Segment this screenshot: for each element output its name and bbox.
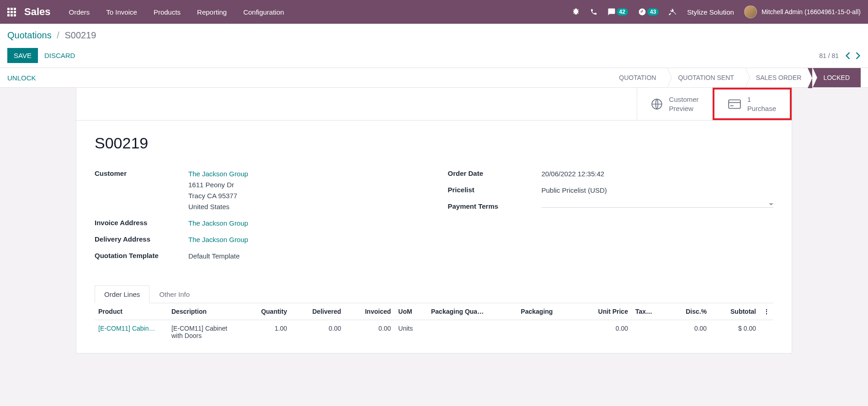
row-product-link[interactable]: [E-COM11] Cabin…: [98, 325, 164, 332]
table-row[interactable]: [E-COM11] Cabin… [E-COM11] Cabinet with …: [95, 320, 773, 344]
row-quantity[interactable]: 1.00: [241, 320, 291, 344]
delivery-address-link[interactable]: The Jackson Group: [188, 236, 248, 243]
table-options-icon[interactable]: ⋮: [760, 303, 773, 320]
th-description[interactable]: Description: [168, 303, 241, 320]
pager-text: 81 / 81: [819, 52, 839, 59]
user-menu[interactable]: Mitchell Admin (16604961-15-0-all): [744, 5, 861, 18]
apps-icon[interactable]: [7, 8, 16, 16]
th-tax[interactable]: Tax…: [632, 303, 668, 320]
customer-link[interactable]: The Jackson Group: [188, 169, 421, 179]
row-tax[interactable]: [632, 320, 668, 344]
purchase-button[interactable]: 1 Purchase: [713, 88, 792, 120]
nav-orders[interactable]: Orders: [69, 8, 90, 16]
payment-terms-select[interactable]: [542, 201, 774, 208]
customer-preview-button[interactable]: Customer Preview: [637, 88, 713, 120]
control-bar: Quotations / S00219 SAVE DISCARD 81 / 81: [0, 24, 868, 68]
chevron-down-icon: [769, 203, 773, 206]
row-disc[interactable]: 0.00: [668, 320, 710, 344]
pager-prev-icon[interactable]: [845, 52, 851, 59]
row-unit-price[interactable]: 0.00: [576, 320, 632, 344]
nav-products[interactable]: Products: [154, 8, 181, 16]
nav-to-invoice[interactable]: To Invoice: [106, 8, 137, 16]
th-unit-price[interactable]: Unit Price: [576, 303, 632, 320]
breadcrumb: Quotations / S00219: [7, 30, 861, 41]
discard-button[interactable]: DISCARD: [44, 52, 75, 59]
unlock-button[interactable]: UNLOCK: [7, 74, 36, 82]
status-steps: QUOTATION QUOTATION SENT SALES ORDER LOC…: [608, 68, 861, 87]
tools-icon[interactable]: [669, 8, 677, 16]
svg-rect-1: [729, 100, 740, 108]
tabs: Order Lines Other Info: [95, 285, 773, 303]
breadcrumb-current: S00219: [64, 30, 96, 40]
customer-addr3: United States: [188, 201, 421, 212]
step-sales-order[interactable]: SALES ORDER: [745, 68, 813, 87]
delivery-address-label: Delivery Address: [95, 234, 188, 243]
th-uom[interactable]: UoM: [394, 303, 427, 320]
th-disc[interactable]: Disc.%: [668, 303, 710, 320]
preview-line2: Preview: [669, 104, 699, 113]
company-selector[interactable]: Stylize Solution: [687, 8, 734, 16]
preview-line1: Customer: [669, 95, 699, 104]
phone-icon[interactable]: [590, 8, 597, 16]
user-name: Mitchell Admin (16604961-15-0-all): [761, 8, 861, 16]
breadcrumb-root[interactable]: Quotations: [7, 30, 52, 40]
tab-other-info[interactable]: Other Info: [149, 285, 199, 303]
form-sheet: Customer Preview 1 Purchase S00219 C: [76, 88, 792, 353]
pager: 81 / 81: [819, 52, 861, 59]
th-product[interactable]: Product: [95, 303, 168, 320]
avatar: [744, 5, 757, 18]
messages-icon[interactable]: 42: [607, 8, 628, 16]
th-delivered[interactable]: Delivered: [291, 303, 345, 320]
step-quotation-sent[interactable]: QUOTATION SENT: [667, 68, 745, 87]
form-right-col: Order Date 20/06/2022 12:35:42 Pricelist…: [448, 169, 774, 267]
customer-label: Customer: [95, 169, 188, 177]
customer-addr1: 1611 Peony Dr: [188, 179, 421, 190]
th-packaging-qty[interactable]: Packaging Qua…: [427, 303, 517, 320]
invoice-address-label: Invoice Address: [95, 218, 188, 227]
step-locked[interactable]: LOCKED: [812, 68, 861, 87]
row-invoiced[interactable]: 0.00: [345, 320, 394, 344]
messages-badge: 42: [617, 8, 628, 16]
order-date-label: Order Date: [448, 169, 542, 177]
purchase-count: 1: [747, 95, 776, 104]
pricelist-label: Pricelist: [448, 185, 542, 194]
row-delivered[interactable]: 0.00: [291, 320, 345, 344]
activities-icon[interactable]: 43: [638, 8, 659, 16]
quotation-template-value: Default Template: [188, 251, 421, 262]
record-title: S00219: [95, 134, 773, 152]
invoice-address-link[interactable]: The Jackson Group: [188, 219, 248, 227]
order-lines-table: Product Description Quantity Delivered I…: [95, 303, 773, 344]
nav-menu: Orders To Invoice Products Reporting Con…: [69, 8, 284, 16]
th-invoiced[interactable]: Invoiced: [345, 303, 394, 320]
step-quotation[interactable]: QUOTATION: [608, 68, 667, 87]
topnav-right: 42 43 Stylize Solution Mitchell Admin (1…: [572, 5, 861, 18]
row-pkg[interactable]: [517, 320, 576, 344]
bug-icon[interactable]: [572, 8, 580, 16]
stat-buttons: Customer Preview 1 Purchase: [76, 88, 792, 121]
th-quantity[interactable]: Quantity: [241, 303, 291, 320]
pricelist-value: Public Pricelist (USD): [542, 185, 774, 196]
breadcrumb-sep: /: [57, 30, 59, 40]
row-subtotal[interactable]: $ 0.00: [710, 320, 760, 344]
row-uom[interactable]: Units: [394, 320, 427, 344]
row-pkg-qty[interactable]: [427, 320, 517, 344]
pager-next-icon[interactable]: [855, 52, 861, 59]
status-bar: UNLOCK QUOTATION QUOTATION SENT SALES OR…: [0, 68, 868, 88]
nav-configuration[interactable]: Configuration: [243, 8, 284, 16]
quotation-template-label: Quotation Template: [95, 251, 188, 259]
tab-order-lines[interactable]: Order Lines: [95, 285, 149, 303]
order-date-value: 20/06/2022 12:35:42: [542, 169, 774, 179]
payment-terms-label: Payment Terms: [448, 201, 542, 210]
brand[interactable]: Sales: [24, 6, 51, 18]
th-packaging[interactable]: Packaging: [517, 303, 576, 320]
card-icon: [728, 99, 741, 109]
th-subtotal[interactable]: Subtotal: [710, 303, 760, 320]
customer-addr2: Tracy CA 95377: [188, 190, 421, 201]
save-button[interactable]: SAVE: [7, 48, 38, 63]
activities-badge: 43: [647, 8, 659, 16]
purchase-label: Purchase: [747, 104, 776, 113]
nav-reporting[interactable]: Reporting: [197, 8, 227, 16]
form-left-col: Customer The Jackson Group 1611 Peony Dr…: [95, 169, 421, 267]
top-nav: Sales Orders To Invoice Products Reporti…: [0, 0, 868, 24]
row-description[interactable]: [E-COM11] Cabinet with Doors: [168, 320, 241, 344]
